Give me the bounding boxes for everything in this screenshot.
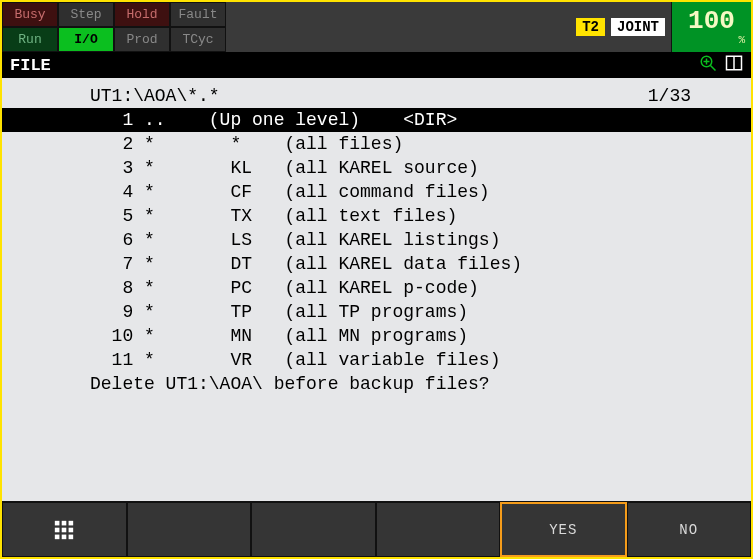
status-step: Step bbox=[58, 2, 114, 27]
svg-rect-14 bbox=[69, 534, 74, 539]
svg-rect-7 bbox=[62, 520, 67, 525]
override-speed-unit: % bbox=[738, 34, 745, 46]
override-speed-value: 100 bbox=[688, 8, 735, 34]
override-speed[interactable]: 100 % bbox=[671, 2, 751, 52]
svg-rect-12 bbox=[55, 534, 60, 539]
softkey-no[interactable]: NO bbox=[627, 502, 752, 557]
svg-rect-9 bbox=[55, 527, 60, 532]
status-tcyc: TCyc bbox=[170, 27, 226, 52]
screen-title-bar: FILE bbox=[2, 52, 751, 78]
file-row[interactable]: 8 * PC (all KAREL p-code) bbox=[2, 276, 751, 300]
file-row[interactable]: 1 .. (Up one level) <DIR> bbox=[2, 108, 751, 132]
file-row[interactable]: 2 * * (all files) bbox=[2, 132, 751, 156]
softkey-f1[interactable] bbox=[127, 502, 252, 557]
current-path: UT1:\AOA\*.* bbox=[90, 84, 648, 108]
path-line: UT1:\AOA\*.* 1/33 bbox=[2, 84, 751, 108]
status-fault: Fault bbox=[170, 2, 226, 27]
file-row[interactable]: 7 * DT (all KAREL data files) bbox=[2, 252, 751, 276]
status-run: Run bbox=[2, 27, 58, 52]
file-row[interactable]: 9 * TP (all TP programs) bbox=[2, 300, 751, 324]
svg-rect-8 bbox=[69, 520, 74, 525]
top-right-panel: T2 JOINT bbox=[226, 2, 671, 52]
split-screen-icon[interactable] bbox=[725, 54, 743, 77]
softkey-f3[interactable] bbox=[376, 502, 501, 557]
file-row[interactable]: 11 * VR (all variable files) bbox=[2, 348, 751, 372]
teach-pendant-frame: Busy Step Hold Fault Run I/O Prod TCyc T… bbox=[0, 0, 753, 559]
mode-badge: T2 bbox=[576, 18, 605, 36]
softkey-f2[interactable] bbox=[251, 502, 376, 557]
status-prod: Prod bbox=[114, 27, 170, 52]
top-status-area: Busy Step Hold Fault Run I/O Prod TCyc T… bbox=[2, 2, 751, 52]
status-busy: Busy bbox=[2, 2, 58, 27]
coord-badge: JOINT bbox=[611, 18, 665, 36]
file-row[interactable]: 5 * TX (all text files) bbox=[2, 204, 751, 228]
list-counter: 1/33 bbox=[648, 84, 691, 108]
screen-title: FILE bbox=[10, 56, 51, 75]
svg-rect-10 bbox=[62, 527, 67, 532]
file-row[interactable]: 4 * CF (all command files) bbox=[2, 180, 751, 204]
svg-rect-13 bbox=[62, 534, 67, 539]
file-row[interactable]: 10 * MN (all MN programs) bbox=[2, 324, 751, 348]
confirm-prompt: Delete UT1:\AOA\ before backup files? bbox=[2, 372, 751, 396]
zoom-in-icon[interactable] bbox=[699, 54, 717, 77]
file-row[interactable]: 6 * LS (all KAREL listings) bbox=[2, 228, 751, 252]
menu-grid-button[interactable] bbox=[2, 502, 127, 557]
status-led-grid: Busy Step Hold Fault Run I/O Prod TCyc bbox=[2, 2, 226, 52]
svg-rect-6 bbox=[55, 520, 60, 525]
status-hold: Hold bbox=[114, 2, 170, 27]
file-listing: UT1:\AOA\*.* 1/33 1 .. (Up one level) <D… bbox=[2, 78, 751, 501]
svg-line-1 bbox=[710, 65, 715, 70]
file-row[interactable]: 3 * KL (all KAREL source) bbox=[2, 156, 751, 180]
softkey-bar: YES NO bbox=[2, 501, 751, 557]
svg-rect-11 bbox=[69, 527, 74, 532]
status-io[interactable]: I/O bbox=[58, 27, 114, 52]
softkey-yes[interactable]: YES bbox=[500, 502, 627, 557]
